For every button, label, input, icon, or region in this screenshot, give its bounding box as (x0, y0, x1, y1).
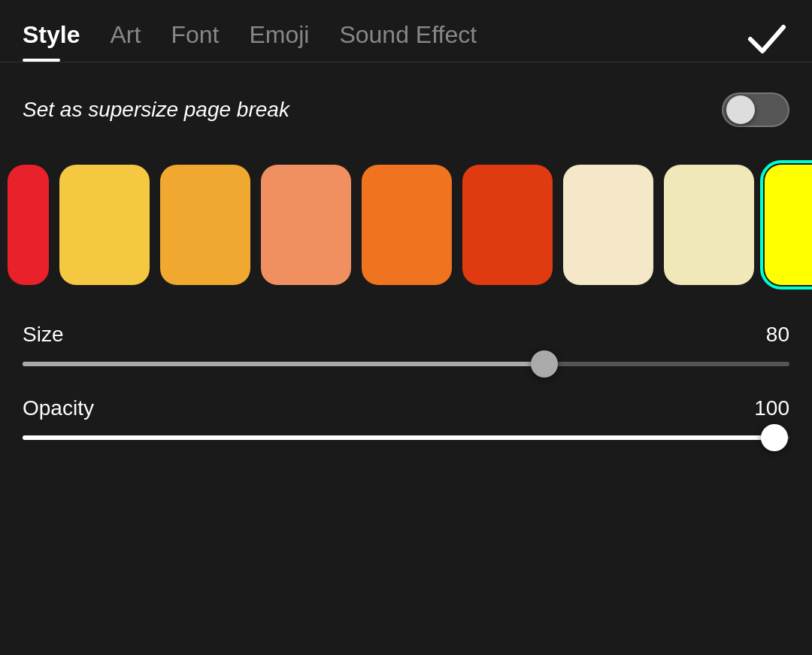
color-swatch-orange[interactable] (362, 165, 452, 285)
tab-emoji[interactable]: Emoji (249, 21, 309, 58)
supersize-toggle-row: Set as supersize page break (23, 92, 789, 127)
size-header: Size 80 (23, 323, 789, 347)
confirm-button[interactable] (744, 17, 789, 62)
size-section: Size 80 (23, 323, 789, 366)
size-slider-thumb[interactable] (531, 350, 558, 378)
opacity-section: Opacity 100 (23, 396, 789, 440)
size-label: Size (23, 323, 63, 347)
color-swatch-red[interactable] (8, 165, 49, 285)
tab-font[interactable]: Font (171, 21, 219, 58)
opacity-value: 100 (754, 396, 789, 420)
tab-style[interactable]: Style (23, 21, 80, 58)
toggle-knob (726, 96, 755, 124)
size-slider-fill (23, 362, 544, 366)
tab-sound-effect[interactable]: Sound Effect (339, 21, 477, 58)
size-slider-track[interactable] (23, 362, 789, 366)
content-area: Set as supersize page break Size 80 Opac… (0, 62, 812, 500)
tab-art[interactable]: Art (110, 21, 141, 58)
check-icon (747, 24, 786, 54)
opacity-slider-track[interactable] (23, 435, 789, 440)
color-swatch-light-orange[interactable] (261, 165, 351, 285)
size-value: 80 (766, 323, 789, 347)
color-strip (0, 165, 789, 285)
color-swatch-cream[interactable] (563, 165, 653, 285)
supersize-toggle[interactable] (722, 92, 789, 127)
color-swatch-yellow[interactable] (765, 165, 812, 285)
color-swatch-light-yellow-orange[interactable] (59, 165, 150, 285)
color-swatch-light-cream[interactable] (664, 165, 754, 285)
opacity-slider-fill (23, 435, 774, 440)
tab-bar: Style Art Font Emoji Sound Effect (0, 0, 812, 62)
supersize-label: Set as supersize page break (23, 98, 289, 122)
opacity-slider-thumb[interactable] (761, 424, 788, 451)
color-swatch-yellow-orange[interactable] (160, 165, 250, 285)
tab-active-indicator (23, 59, 60, 62)
opacity-label: Opacity (23, 396, 94, 420)
color-swatch-dark-orange[interactable] (462, 165, 553, 285)
opacity-header: Opacity 100 (23, 396, 789, 420)
